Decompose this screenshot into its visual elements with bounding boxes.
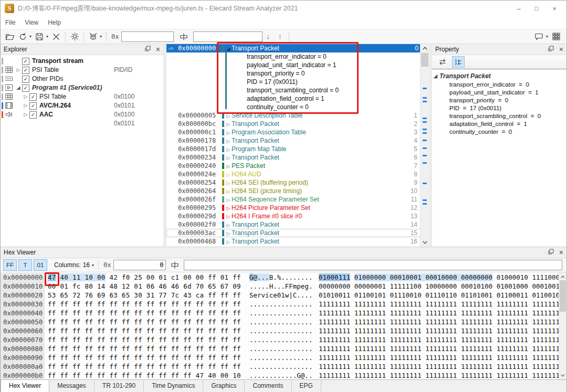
collapsed-arrow-icon[interactable]: ▷ <box>225 171 232 179</box>
checkbox[interactable]: ✓ <box>29 111 37 119</box>
menu-help[interactable]: Help <box>43 19 66 26</box>
collapsed-arrow-icon[interactable]: ▷ <box>225 238 232 246</box>
checkbox[interactable]: ✓ <box>29 93 37 101</box>
tree-arrow-icon[interactable]: ▷ <box>22 101 29 110</box>
hex-row[interactable]: 0x00000090 ff ff ff ff ff ff ff ff ff ff… <box>1 353 566 362</box>
save-dropdown-icon[interactable]: ▾ <box>46 34 48 39</box>
explorer-row[interactable]: ✓ Other PIDs <box>1 75 163 83</box>
reload-button[interactable] <box>17 31 28 43</box>
packet-row[interactable]: 0x000003ac▷Transport Packet 15 <box>166 229 421 237</box>
tab-graphics[interactable]: Graphics <box>203 380 245 391</box>
close-panel-icon[interactable]: × <box>559 46 563 53</box>
collapsed-arrow-icon[interactable]: ▷ <box>225 204 232 213</box>
checkbox[interactable]: ✓ <box>22 84 29 92</box>
tab-hex-viewer[interactable]: Hex Viewer <box>1 380 49 392</box>
checkbox[interactable]: ✓ <box>22 67 29 74</box>
collapse-tree-icon[interactable] <box>452 56 465 68</box>
text-view-toggle[interactable]: T <box>18 259 32 271</box>
close-panel-icon[interactable]: × <box>559 249 563 256</box>
open-file-button[interactable] <box>4 31 16 43</box>
expanded-arrow-icon[interactable]: ◢ <box>434 72 437 81</box>
maximize-button[interactable]: □ <box>528 5 545 12</box>
reload-dropdown-icon[interactable]: ▾ <box>29 34 32 39</box>
hex-row[interactable]: 0x00000050 ff ff ff ff ff ff ff ff ff ff… <box>1 317 566 326</box>
goto-position-icon[interactable] <box>169 259 181 271</box>
hex-search-input[interactable] <box>184 260 562 270</box>
hex-row-selected[interactable]: 0x00000000 47 40 11 10 00 42 f0 25 00 01… <box>1 273 566 282</box>
packet-row[interactable]: 0x0000029d▷H264 I Frame #0 slice #0 13 <box>166 212 421 220</box>
columns-value[interactable]: 16 <box>83 261 90 269</box>
menu-view[interactable]: View <box>20 19 43 26</box>
collapsed-arrow-icon[interactable]: ▷ <box>225 187 232 196</box>
property-node[interactable]: ◢Transport Packet <box>432 72 566 81</box>
scroll-down-icon[interactable] <box>559 371 566 379</box>
minimize-button[interactable]: – <box>510 5 528 13</box>
packet-row[interactable]: 0x0000026f▷H264 Sequence Parameter Set 1… <box>166 195 421 204</box>
packet-row[interactable]: 0x0000024e▷H264 AUD 8 <box>166 170 421 178</box>
explorer-row[interactable]: ▷ ✓ PSI Table 0x0101 <box>1 92 163 101</box>
save-button[interactable] <box>34 31 45 43</box>
search-down-icon[interactable]: ↓ <box>267 33 270 40</box>
collapsed-arrow-icon[interactable]: ▷ <box>225 196 232 204</box>
packet-row-selected[interactable]: ⇨ 0x00000000◢Transport Packet 0 <box>166 44 421 52</box>
explorer-row[interactable]: ▷ ✓ AAC 0x0101 <box>1 110 163 119</box>
comments-dropdown-icon[interactable]: ▾ <box>546 34 548 39</box>
close-button[interactable]: × <box>545 5 563 13</box>
search-up-icon[interactable]: ↑ <box>278 33 282 40</box>
settings-gear-icon[interactable] <box>69 31 80 43</box>
hex-row[interactable]: 0x000000a0 ff ff ff ff ff ff ff ff ff ff… <box>1 362 566 371</box>
tab-time-dynamics[interactable]: Time Dynamics <box>144 380 203 391</box>
collapsed-arrow-icon[interactable]: ▷ <box>225 129 232 137</box>
goto-position-icon[interactable] <box>178 31 190 43</box>
packet-row[interactable]: 0x00000005▷Service Description Table 1 <box>166 111 421 120</box>
search-input[interactable] <box>193 31 262 42</box>
checkbox[interactable]: ✓ <box>22 58 29 65</box>
scroll-down-icon[interactable] <box>421 238 429 247</box>
packet-row[interactable]: 0x00000295▷H264 Picture Parameter Set 12 <box>166 204 421 212</box>
menu-file[interactable]: File <box>1 19 20 26</box>
collapsed-arrow-icon[interactable]: ▷ <box>225 179 232 187</box>
tab-epg[interactable]: EPG <box>292 380 321 391</box>
float-panel-icon[interactable] <box>548 46 554 53</box>
hex-row[interactable]: 0x00000010 00 01 fc 80 14 48 12 01 06 46… <box>1 282 566 291</box>
collapsed-arrow-icon[interactable]: ▷ <box>225 221 232 229</box>
collapsed-arrow-icon[interactable]: ▷ <box>225 162 232 171</box>
probe-dropdown-icon[interactable]: ▾ <box>100 34 102 39</box>
sync-selection-icon[interactable] <box>436 56 449 68</box>
probe-bug-icon[interactable] <box>87 31 99 43</box>
hex-row[interactable]: 0x00000060 ff ff ff ff ff ff ff ff ff ff… <box>1 326 566 335</box>
checkbox[interactable]: ✓ <box>22 76 29 83</box>
collapsed-arrow-icon[interactable]: ▷ <box>225 154 232 162</box>
tree-arrow-icon[interactable]: ▷ <box>15 66 22 75</box>
packet-row[interactable]: 0x00000234▷Transport Packet 6 <box>166 153 421 162</box>
packet-row[interactable]: 0x000000c1▷Program Association Table 3 <box>166 128 421 136</box>
binary-view-toggle[interactable]: 01 <box>34 259 47 271</box>
tree-arrow-icon[interactable]: ▷ <box>22 110 29 119</box>
collapsed-arrow-icon[interactable]: ▷ <box>225 120 232 129</box>
explorer-row[interactable]: ✓ Transport stream PID/ID <box>1 57 163 66</box>
expanded-arrow-icon[interactable]: ◢ <box>225 45 232 53</box>
hex-row[interactable]: 0x00000020 53 65 72 76 69 63 65 30 31 77… <box>1 291 566 300</box>
packet-row[interactable]: 0x00000254▷H264 SEI (buffering period) 9 <box>166 178 421 187</box>
hex-offset-input[interactable] <box>113 260 166 270</box>
packet-row[interactable]: 0x00000468▷Transport Packet 16 <box>166 237 421 246</box>
float-panel-icon[interactable] <box>548 249 554 256</box>
hex-row[interactable]: 0x000000b0 ff ff ff ff ff ff ff ff ff ff… <box>1 371 566 379</box>
collapsed-arrow-icon[interactable]: ▷ <box>225 145 232 154</box>
tree-arrow-icon[interactable]: ◢ <box>15 83 22 92</box>
explorer-row[interactable]: ▷ ✓ AVC/H.264 0x0100 <box>1 101 163 110</box>
collapsed-arrow-icon[interactable]: ▷ <box>225 229 232 238</box>
scrollbar-thumb[interactable] <box>560 280 566 312</box>
columns-dropdown-icon[interactable]: ▾ <box>92 263 94 268</box>
scroll-up-icon[interactable] <box>559 272 566 281</box>
hex-row[interactable]: 0x00000070 ff ff ff ff ff ff ff ff ff ff… <box>1 335 566 344</box>
comments-bubble-icon[interactable] <box>533 31 545 43</box>
packet-row[interactable]: 0x00000264▷H264 SEI (picture timing) 10 <box>166 187 421 195</box>
tree-arrow-icon[interactable]: ▷ <box>22 92 29 101</box>
tab-tr-101-290[interactable]: TR 101-290 <box>94 380 144 391</box>
scroll-up-icon[interactable] <box>421 44 429 52</box>
float-panel-icon[interactable] <box>145 46 151 53</box>
hex-view-toggle[interactable]: FF <box>3 259 17 271</box>
checkbox[interactable]: ✓ <box>29 102 37 110</box>
close-panel-icon[interactable]: × <box>156 46 160 53</box>
